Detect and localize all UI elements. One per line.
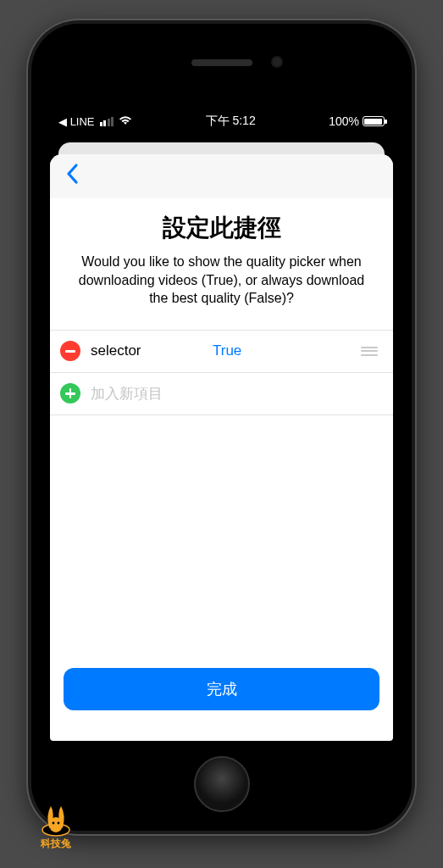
page-title: 設定此捷徑 — [64, 212, 379, 244]
config-row[interactable]: selector True — [50, 331, 393, 373]
wifi-icon — [119, 114, 132, 128]
screen: ◀ LINE 下午 5:12 100% — [50, 108, 393, 741]
add-row-icon[interactable] — [60, 383, 80, 403]
config-row-key: selector — [91, 342, 202, 359]
done-button[interactable]: 完成 — [64, 668, 379, 710]
drag-handle-icon[interactable] — [357, 343, 381, 359]
nav-bar — [50, 154, 393, 198]
svg-point-3 — [58, 822, 60, 825]
battery-icon — [363, 116, 385, 126]
spacer — [50, 415, 393, 668]
status-time: 下午 5:12 — [206, 114, 256, 129]
back-to-app-indicator[interactable]: ◀ LINE — [58, 115, 95, 128]
add-row[interactable]: 加入新項目 — [50, 373, 393, 415]
config-list: selector True 加入新項目 — [50, 330, 393, 415]
status-bar: ◀ LINE 下午 5:12 100% — [50, 108, 393, 134]
phone-inner: ◀ LINE 下午 5:12 100% — [31, 24, 412, 831]
remove-row-icon[interactable] — [60, 341, 80, 361]
battery-percentage: 100% — [329, 114, 359, 128]
config-row-value[interactable]: True — [213, 342, 347, 359]
phone-frame: ◀ LINE 下午 5:12 100% — [28, 20, 415, 834]
watermark-label: 科技兔 — [34, 837, 78, 851]
cellular-signal-icon — [100, 117, 114, 126]
sheet-content: 設定此捷徑 Would you like to show the quality… — [50, 198, 393, 741]
back-button[interactable] — [58, 159, 87, 192]
back-to-app-label: LINE — [70, 115, 95, 128]
front-camera — [271, 56, 283, 68]
home-button[interactable] — [194, 756, 250, 812]
page-description: Would you like to show the quality picke… — [69, 253, 374, 308]
svg-point-2 — [53, 822, 55, 825]
svg-point-1 — [49, 817, 63, 832]
modal-sheet: 設定此捷徑 Would you like to show the quality… — [50, 154, 393, 741]
add-row-label: 加入新項目 — [91, 384, 381, 403]
watermark: 科技兔 — [34, 799, 78, 851]
earpiece — [191, 59, 252, 66]
done-button-label: 完成 — [207, 679, 237, 699]
